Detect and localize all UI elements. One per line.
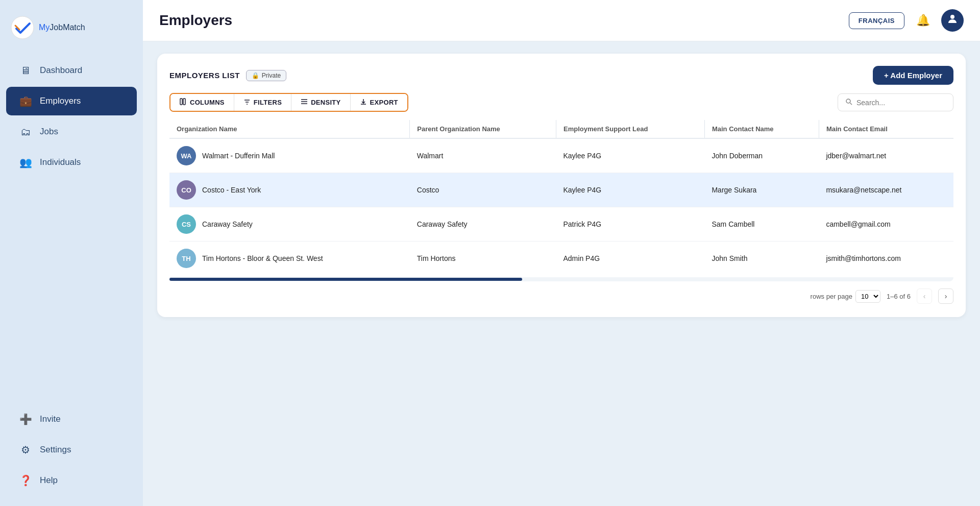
sidebar-item-help[interactable]: ❓ Help (6, 466, 137, 495)
support-lead-cell: Admin P4G (556, 242, 704, 276)
settings-icon: ⚙ (18, 443, 33, 457)
scrollbar-thumb (169, 278, 522, 281)
contact-name-cell: Sam Cambell (704, 207, 819, 242)
parent-org-cell: Walmart (410, 138, 556, 173)
svg-point-0 (11, 16, 34, 39)
export-icon (360, 98, 367, 107)
density-button[interactable]: DENSITY (291, 94, 350, 111)
table-row[interactable]: CO Costco - East York Costco Kaylee P4G … (169, 173, 953, 207)
columns-button[interactable]: COLUMNS (170, 94, 234, 111)
main-area: Employers FRANÇAIS 🔔 EMPLOYERS L (143, 0, 980, 506)
col-org-name: Organization Name (169, 120, 410, 138)
contact-email-cell: jdber@walmart.net (819, 138, 953, 173)
sidebar-item-label: Jobs (40, 127, 58, 137)
employers-card: EMPLOYERS LIST 🔒 Private + Add Employer (157, 54, 966, 317)
avatar-icon (946, 13, 959, 28)
search-box (838, 93, 953, 111)
filters-button[interactable]: FILTERS (234, 94, 291, 111)
header: Employers FRANÇAIS 🔔 (143, 0, 980, 41)
table-row[interactable]: TH Tim Hortons - Bloor & Queen St. West … (169, 242, 953, 276)
content-area: EMPLOYERS LIST 🔒 Private + Add Employer (143, 41, 980, 506)
rows-per-page: rows per page 10 25 50 (811, 290, 880, 303)
logo-area: MyJobMatch (0, 10, 143, 55)
contact-email-cell: jsmith@timhortons.com (819, 242, 953, 276)
sidebar-item-settings[interactable]: ⚙ Settings (6, 436, 137, 464)
table-row[interactable]: WA Walmart - Dufferin Mall Walmart Kayle… (169, 138, 953, 173)
col-parent-org: Parent Organization Name (410, 120, 556, 138)
table-toolbar-top: EMPLOYERS LIST 🔒 Private + Add Employer (169, 66, 953, 85)
contact-name-cell: Marge Sukara (704, 173, 819, 207)
rows-per-page-label: rows per page (811, 293, 852, 300)
bell-icon: 🔔 (916, 14, 930, 27)
jobs-icon: 🗂 (18, 125, 33, 139)
org-name: Walmart - Dufferin Mall (202, 152, 275, 160)
org-avatar: CO (177, 180, 196, 200)
filter-buttons-group: COLUMNS FILTERS (169, 93, 408, 112)
svg-line-11 (850, 103, 852, 105)
next-page-button[interactable]: › (938, 288, 953, 304)
parent-org-cell: Tim Hortons (410, 242, 556, 276)
search-input[interactable] (856, 99, 946, 107)
page-title: Employers (159, 12, 232, 29)
org-name-cell: WA Walmart - Dufferin Mall (169, 138, 410, 173)
org-name: Tim Hortons - Bloor & Queen St. West (202, 254, 323, 262)
toolbar-left: EMPLOYERS LIST 🔒 Private (169, 70, 286, 81)
sidebar-item-employers[interactable]: 💼 Employers (6, 87, 137, 115)
sidebar-item-invite[interactable]: ➕ Invite (6, 405, 137, 433)
logo-text: MyJobMatch (39, 23, 85, 32)
sidebar-item-jobs[interactable]: 🗂 Jobs (6, 117, 137, 146)
org-name: Costco - East York (202, 186, 261, 194)
employers-table: Organization Name Parent Organization Na… (169, 120, 953, 275)
filter-icon (243, 98, 251, 107)
invite-icon: ➕ (18, 412, 33, 426)
sidebar-item-label: Invite (40, 414, 61, 424)
add-employer-button[interactable]: + Add Employer (873, 66, 953, 85)
sidebar-item-label: Employers (40, 96, 81, 106)
col-contact-email: Main Contact Email (819, 120, 953, 138)
table-header-row: Organization Name Parent Organization Na… (169, 120, 953, 138)
avatar-button[interactable] (941, 9, 964, 32)
search-icon (845, 98, 852, 107)
svg-point-1 (950, 15, 954, 19)
support-lead-cell: Kaylee P4G (556, 173, 704, 207)
private-badge: 🔒 Private (246, 70, 286, 81)
columns-icon (180, 98, 187, 107)
rows-per-page-select[interactable]: 10 25 50 (855, 290, 880, 303)
sidebar-item-label: Settings (40, 445, 71, 455)
prev-page-button[interactable]: ‹ (917, 288, 932, 304)
logo-icon (10, 15, 35, 40)
parent-org-cell: Costco (410, 173, 556, 207)
horizontal-scrollbar[interactable] (169, 277, 953, 281)
export-button[interactable]: EXPORT (351, 94, 407, 111)
org-avatar: CS (177, 214, 196, 234)
sidebar-item-label: Help (40, 475, 58, 486)
help-icon: ❓ (18, 473, 33, 488)
parent-org-cell: Caraway Safety (410, 207, 556, 242)
individuals-icon: 👥 (18, 155, 33, 170)
org-name: Caraway Safety (202, 220, 253, 228)
contact-name-cell: John Smith (704, 242, 819, 276)
filter-toolbar: COLUMNS FILTERS (169, 93, 953, 112)
table-row[interactable]: CS Caraway Safety Caraway Safety Patrick… (169, 207, 953, 242)
pagination: rows per page 10 25 50 1–6 of 6 ‹ › (169, 281, 953, 305)
bell-button[interactable]: 🔔 (913, 10, 933, 31)
sidebar-item-individuals[interactable]: 👥 Individuals (6, 148, 137, 177)
support-lead-cell: Patrick P4G (556, 207, 704, 242)
col-support-lead: Employment Support Lead (556, 120, 704, 138)
francais-button[interactable]: FRANÇAIS (849, 12, 904, 29)
org-name-cell: CS Caraway Safety (169, 207, 410, 242)
sidebar-item-label: Individuals (40, 157, 81, 167)
sidebar-item-label: Dashboard (40, 65, 82, 76)
contact-email-cell: cambell@gmail.com (819, 207, 953, 242)
lock-icon: 🔒 (252, 72, 259, 79)
dashboard-icon: 🖥 (18, 63, 33, 78)
page-info: 1–6 of 6 (887, 293, 911, 300)
svg-rect-2 (180, 99, 182, 105)
list-label: EMPLOYERS LIST (169, 71, 240, 80)
svg-point-10 (846, 99, 850, 103)
org-name-cell: CO Costco - East York (169, 173, 410, 207)
contact-email-cell: msukara@netscape.net (819, 173, 953, 207)
employers-icon: 💼 (18, 94, 33, 108)
support-lead-cell: Kaylee P4G (556, 138, 704, 173)
sidebar-item-dashboard[interactable]: 🖥 Dashboard (6, 56, 137, 85)
